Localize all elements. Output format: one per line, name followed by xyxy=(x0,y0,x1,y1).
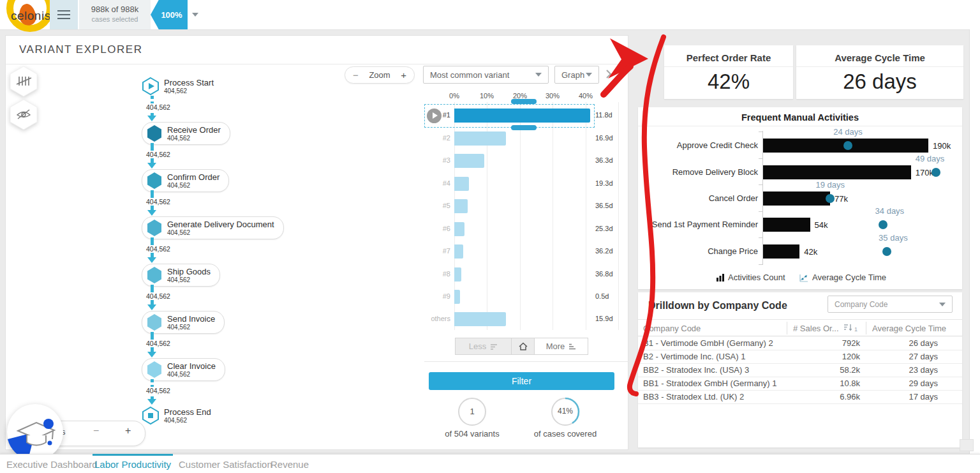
activity-hexagon-icon xyxy=(146,172,163,190)
zoom-out-button[interactable]: − xyxy=(353,70,359,80)
variant-duration: 15.9d xyxy=(595,315,613,322)
activity-count-bar[interactable] xyxy=(763,244,799,259)
process-node-clear-invoice[interactable]: Clear Invoice 404,562 xyxy=(142,358,225,381)
process-node-end[interactable]: Process End 404,562 xyxy=(142,406,211,425)
legend-average-cycle-time: Average Cycle Time xyxy=(799,273,886,282)
table-row[interactable]: B1 - Vertimode GmbH (Germany) 2 792k 26 … xyxy=(638,336,962,350)
next-chevron-icon[interactable] xyxy=(605,68,612,80)
selection-percentage-badge[interactable]: 100% xyxy=(151,0,188,29)
variants-zoom-out-button[interactable]: − xyxy=(93,425,99,437)
zoom-in-button[interactable]: + xyxy=(401,70,406,80)
activity-bar-row: 170k xyxy=(763,165,933,179)
scrollbar-track[interactable] xyxy=(969,29,980,454)
filter-button[interactable]: Filter xyxy=(429,372,614,390)
variant-count-label: of 504 variants xyxy=(431,429,513,439)
variant-row-label: others xyxy=(415,315,450,322)
variant-bar[interactable] xyxy=(454,154,484,168)
edge-count: 404,562 xyxy=(145,103,172,111)
process-node-receive-order[interactable]: Receive Order 404,562 xyxy=(142,122,230,145)
activity-count-bar[interactable] xyxy=(763,218,810,232)
list-decrease-icon xyxy=(490,343,498,350)
process-node-generate-delivery-document[interactable]: Generate Delivery Document 404,562 xyxy=(142,216,284,239)
activity-hexagon-icon xyxy=(146,266,163,284)
variant-select-dropdown[interactable]: Most common variant xyxy=(423,66,549,84)
home-icon xyxy=(519,342,528,350)
variant-duration: 11.8d xyxy=(595,111,612,119)
process-edge: 404,562 xyxy=(142,332,199,359)
tab-executive-dashboard[interactable]: Executive Dashboard xyxy=(6,459,98,470)
variants-zoom-in-button[interactable]: + xyxy=(125,425,131,437)
activity-count-tool-button[interactable] xyxy=(8,65,39,97)
variant-bar[interactable] xyxy=(454,222,464,236)
drilldown-card: Drilldown by Company Code Company Code C… xyxy=(638,292,962,447)
column-header-company-code[interactable]: Company Code xyxy=(643,324,701,333)
chevron-down-icon xyxy=(535,73,542,77)
tab-customer-satisfaction[interactable]: Customer Satisfaction xyxy=(179,459,272,470)
reset-variants-button[interactable] xyxy=(511,338,534,355)
activity-label: Send 1st Payment Reminder xyxy=(643,220,758,229)
column-header-cycle-time[interactable]: Average Cycle Time xyxy=(872,324,946,333)
activity-bar-row: 190k xyxy=(763,139,951,153)
axis-tick: 10% xyxy=(480,92,494,100)
drilldown-title: Drilldown by Company Code xyxy=(648,300,787,312)
variant-duration: 0.5d xyxy=(595,292,609,300)
activity-label: Cancel Order xyxy=(643,193,758,203)
graph-mode-dropdown[interactable]: Graph xyxy=(554,66,599,84)
selection-dropdown-chevron-icon[interactable] xyxy=(192,13,198,17)
menu-button[interactable] xyxy=(50,0,78,29)
chevron-down-icon xyxy=(586,73,592,77)
hide-activities-tool-button[interactable] xyxy=(8,98,39,130)
process-edge: 404,562 xyxy=(142,96,199,123)
variant-bar[interactable] xyxy=(454,131,506,146)
activity-count-bar[interactable] xyxy=(763,165,911,179)
process-start-hexagon-icon xyxy=(142,77,160,96)
less-variants-button[interactable]: Less xyxy=(455,338,511,355)
table-row[interactable]: BB1 - Stratodex GmbH (Germany) 1 10.8k 2… xyxy=(638,377,962,391)
variant-row-label: #9 xyxy=(415,292,450,300)
activity-count-value: 54k xyxy=(815,220,828,230)
play-variant-button[interactable] xyxy=(427,109,442,123)
process-node-ship-goods[interactable]: Ship Goods 404,562 xyxy=(142,264,220,287)
selection-handle-bottom[interactable] xyxy=(511,125,537,130)
variant-bar[interactable] xyxy=(454,177,469,191)
activity-hexagon-icon xyxy=(146,219,163,237)
kpi-value: 26 days xyxy=(796,70,963,94)
activity-count-bar[interactable] xyxy=(763,139,928,153)
activity-count-bar[interactable] xyxy=(763,191,830,206)
column-header-sales-orders[interactable]: # Sales Or... xyxy=(793,324,839,333)
notification-dot-icon xyxy=(43,419,54,429)
sort-descending-icon[interactable] xyxy=(843,323,854,334)
variant-row-label: #7 xyxy=(415,247,450,255)
top-bar: celonis 988k of 988k cases selected 100% xyxy=(0,0,980,30)
resize-corner[interactable] xyxy=(960,439,974,451)
table-row[interactable]: B2 - Vertimode Inc. (USA) 1 120k 27 days xyxy=(638,350,962,364)
kpi-card-perfect-order-rate: Perfect Order Rate 42% xyxy=(664,45,793,99)
variant-bar[interactable] xyxy=(454,312,506,326)
zoom-label: Zoom xyxy=(369,70,390,80)
dimension-dropdown[interactable]: Company Code xyxy=(828,296,953,313)
variant-duration: 36.2d xyxy=(595,247,613,255)
kpi-card-average-cycle-time: Average Cycle Time 26 days xyxy=(796,45,963,99)
celonis-logo: celonis xyxy=(11,9,51,23)
edge-count: 404,562 xyxy=(145,340,172,347)
process-node-start[interactable]: Process Start 404,562 xyxy=(142,77,214,96)
coverage-value: 41% xyxy=(550,407,581,416)
more-variants-button[interactable]: More xyxy=(534,338,588,355)
title-divider xyxy=(6,64,628,64)
variant-duration: 36.3d xyxy=(595,156,613,164)
process-node-send-invoice[interactable]: Send Invoice 404,562 xyxy=(142,311,225,334)
variant-bar[interactable] xyxy=(454,290,460,304)
activity-count-value: 42k xyxy=(804,247,817,257)
variant-bar[interactable] xyxy=(454,199,468,213)
variant-bar[interactable] xyxy=(454,267,461,282)
list-increase-icon xyxy=(568,343,576,350)
table-row[interactable]: BB2 - Stratodex Inc. (USA) 3 58.2k 23 da… xyxy=(638,363,962,377)
table-row[interactable]: BB3 - Stratodex Ltd. (UK) 2 6.96k 17 day… xyxy=(638,390,962,404)
tab-revenue[interactable]: Revenue xyxy=(271,459,309,470)
tab-labor-productivity[interactable]: Labor Productivity xyxy=(94,459,171,470)
selection-handle-top[interactable] xyxy=(511,99,537,104)
variant-bar[interactable] xyxy=(454,244,463,259)
activity-hexagon-icon xyxy=(146,124,163,142)
variant-selection-rect[interactable] xyxy=(424,104,595,128)
process-node-confirm-order[interactable]: Confirm Order 404,562 xyxy=(142,169,229,192)
